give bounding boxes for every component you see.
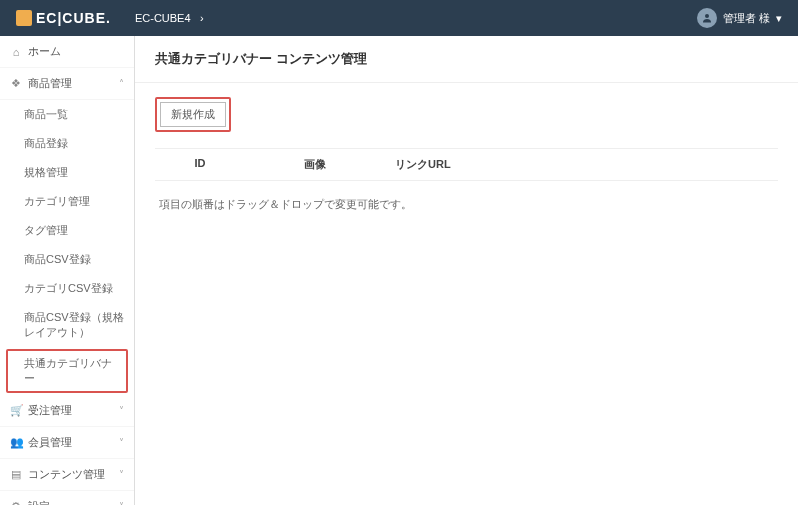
content: 新規作成 ID 画像 リンクURL 項目の順番はドラッグ＆ドロップで変更可能です… [135, 83, 798, 242]
chevron-down-icon: ˅ [119, 469, 124, 480]
create-btn-highlight: 新規作成 [155, 97, 231, 132]
col-id: ID [155, 157, 245, 172]
sidebar-subitem-8[interactable]: 共通カテゴリバナー [6, 349, 128, 393]
sidebar-item-members[interactable]: 👥 会員管理 ˅ [0, 427, 134, 459]
chevron-right-icon: › [200, 12, 204, 24]
chevron-up-icon: ˄ [119, 78, 124, 89]
sidebar-subitem-6[interactable]: カテゴリCSV登録 [0, 274, 134, 303]
home-icon: ⌂ [10, 46, 22, 58]
svg-point-0 [705, 14, 709, 18]
sidebar-subitem-3[interactable]: カテゴリ管理 [0, 187, 134, 216]
sidebar-subitem-0[interactable]: 商品一覧 [0, 100, 134, 129]
sidebar-subitem-1[interactable]: 商品登録 [0, 129, 134, 158]
sidebar-subitem-2[interactable]: 規格管理 [0, 158, 134, 187]
chevron-down-icon: ˅ [119, 501, 124, 505]
col-image: 画像 [245, 157, 385, 172]
topbar-left: EC|CUBE. EC-CUBE4 › [16, 10, 204, 26]
breadcrumb[interactable]: EC-CUBE4 › [135, 11, 204, 25]
chevron-down-icon: ▾ [776, 12, 782, 25]
breadcrumb-label: EC-CUBE4 [135, 12, 191, 24]
gear-icon: ⚙ [10, 500, 22, 505]
sidebar-item-label: 設定 [28, 499, 113, 505]
sidebar-item-label: 受注管理 [28, 403, 113, 418]
table-header: ID 画像 リンクURL [155, 148, 778, 181]
contents-icon: ▤ [10, 468, 22, 481]
main: 共通カテゴリバナー コンテンツ管理 新規作成 ID 画像 リンクURL 項目の順… [135, 36, 798, 505]
create-button[interactable]: 新規作成 [160, 102, 226, 127]
sidebar-item-products[interactable]: ❖ 商品管理 ˄ [0, 68, 134, 100]
logo-cube-icon [16, 10, 32, 26]
chevron-down-icon: ˅ [119, 405, 124, 416]
sidebar-item-label: 商品管理 [28, 76, 113, 91]
sidebar-item-contents[interactable]: ▤ コンテンツ管理 ˅ [0, 459, 134, 491]
empty-message: 項目の順番はドラッグ＆ドロップで変更可能です。 [155, 181, 778, 228]
sidebar-item-label: ホーム [28, 44, 124, 59]
members-icon: 👥 [10, 436, 22, 449]
cart-icon: 🛒 [10, 404, 22, 417]
sidebar-subitem-5[interactable]: 商品CSV登録 [0, 245, 134, 274]
col-url: リンクURL [385, 157, 778, 172]
sidebar-item-label: 会員管理 [28, 435, 113, 450]
products-icon: ❖ [10, 77, 22, 90]
avatar-icon [697, 8, 717, 28]
chevron-down-icon: ˅ [119, 437, 124, 448]
sidebar-item-label: コンテンツ管理 [28, 467, 113, 482]
sidebar-item-settings[interactable]: ⚙ 設定 ˅ [0, 491, 134, 505]
sidebar-subitem-4[interactable]: タグ管理 [0, 216, 134, 245]
user-label: 管理者 様 [723, 11, 770, 26]
sidebar: ⌂ ホーム ❖ 商品管理 ˄ 商品一覧商品登録規格管理カテゴリ管理タグ管理商品C… [0, 36, 135, 505]
sidebar-item-orders[interactable]: 🛒 受注管理 ˅ [0, 395, 134, 427]
user-menu[interactable]: 管理者 様 ▾ [697, 8, 782, 28]
logo-text: EC|CUBE. [36, 10, 111, 26]
sidebar-subitem-7[interactable]: 商品CSV登録（規格レイアウト） [0, 303, 134, 347]
sidebar-item-home[interactable]: ⌂ ホーム [0, 36, 134, 68]
layout: ⌂ ホーム ❖ 商品管理 ˄ 商品一覧商品登録規格管理カテゴリ管理タグ管理商品C… [0, 36, 798, 505]
logo[interactable]: EC|CUBE. [16, 10, 111, 26]
topbar: EC|CUBE. EC-CUBE4 › 管理者 様 ▾ [0, 0, 798, 36]
page-title: 共通カテゴリバナー コンテンツ管理 [135, 36, 798, 83]
sidebar-products-submenu: 商品一覧商品登録規格管理カテゴリ管理タグ管理商品CSV登録カテゴリCSV登録商品… [0, 100, 134, 393]
